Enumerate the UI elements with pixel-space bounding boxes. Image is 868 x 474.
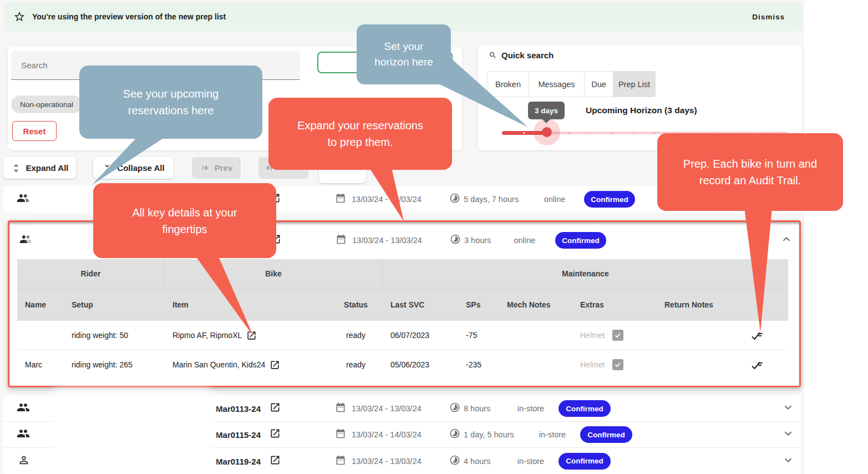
- calendar-icon: [335, 455, 346, 468]
- reservation-dates: 13/03/24 - 18/03/24: [352, 195, 422, 204]
- tab-broken[interactable]: Broken: [487, 71, 529, 97]
- reset-button[interactable]: Reset: [12, 121, 57, 141]
- open-in-new-icon[interactable]: [270, 360, 280, 370]
- open-in-new-icon[interactable]: [270, 402, 281, 415]
- return-notes: [654, 321, 743, 350]
- chevron-down-icon[interactable]: [782, 454, 794, 468]
- last-svc: 05/06/2023: [383, 350, 460, 379]
- dismiss-button[interactable]: Dismiss: [749, 12, 788, 22]
- duration-icon: [450, 234, 461, 247]
- chevron-down-icon[interactable]: [782, 427, 794, 442]
- status-badge: Confirmed: [559, 453, 611, 470]
- unfold-less-icon: [102, 163, 112, 173]
- duration-icon: [449, 193, 460, 206]
- reservation-channel: in-store: [500, 404, 561, 413]
- callout-set-horizon: Set your horizon here: [357, 24, 451, 84]
- reservation-channel: online: [524, 195, 585, 204]
- reservation-duration: 3 hours: [464, 236, 491, 245]
- table-column-header: Name Setup Item Status Last SVC SPs Mech…: [17, 288, 788, 321]
- duration-icon: [449, 455, 460, 468]
- calendar-icon: [335, 428, 346, 441]
- calendar-icon: [336, 234, 347, 247]
- person-icon: [18, 454, 30, 468]
- redacted-customer-names: [59, 395, 206, 474]
- calendar-icon: [335, 402, 346, 415]
- tab-due[interactable]: Due: [585, 71, 613, 97]
- reservation-dates: 13/03/24 - 13/03/24: [352, 404, 422, 413]
- non-operational-chip[interactable]: Non-operational: [11, 95, 82, 113]
- duration-icon: [449, 402, 460, 415]
- group-icon: [17, 191, 30, 207]
- callout-expand-reservations: Expand your reservations to prep them.: [268, 98, 452, 170]
- skip-previous-icon: [200, 163, 210, 173]
- tab-messages[interactable]: Messages: [529, 71, 585, 97]
- audit-trail-icon[interactable]: [743, 321, 771, 350]
- mech-notes: [499, 321, 571, 350]
- bike-row: riding weight: 50 Ripmo AF, RipmoXL read…: [17, 321, 788, 350]
- search-icon: [489, 51, 497, 59]
- reservation-duration: 1 day, 5 hours: [464, 430, 514, 439]
- quick-search-tabs: Broken Messages Due Prep List: [487, 71, 656, 97]
- status-badge: Confirmed: [584, 191, 635, 208]
- extras: Helmet: [571, 350, 654, 379]
- group-icon: [17, 401, 30, 416]
- reservation-duration: 5 days, 7 hours: [464, 195, 519, 204]
- expand-all-button[interactable]: Expand All: [3, 157, 76, 179]
- col-name: Name: [17, 289, 64, 321]
- reservation-duration: 8 hours: [464, 404, 490, 413]
- last-svc: 06/07/2023: [383, 321, 460, 350]
- horizon-label: Upcoming Horizon (3 days): [586, 105, 697, 115]
- col-sps: SPs: [460, 289, 499, 321]
- group-header-rider: Rider: [17, 259, 165, 288]
- extras: Helmet: [571, 321, 654, 350]
- rider-setup: riding weight: 265: [64, 350, 165, 379]
- col-setup: Setup: [64, 289, 165, 321]
- group-icon: [17, 427, 30, 442]
- group-header-bike: Bike: [165, 259, 383, 288]
- open-in-new-icon[interactable]: [270, 428, 281, 441]
- slider-handle[interactable]: [542, 127, 552, 137]
- table-group-header: Rider Bike Maintenance: [17, 259, 788, 288]
- return-notes: [654, 350, 743, 379]
- col-item: Item: [165, 289, 329, 321]
- callout-prep-audit: Prep. Each bike in turn and record an Au…: [657, 133, 843, 211]
- rider-name: [17, 321, 64, 350]
- status-badge: Confirmed: [580, 426, 632, 443]
- reservation-dates: 13/03/24 - 14/03/24: [352, 430, 422, 439]
- col-last-svc: Last SVC: [383, 289, 460, 321]
- audit-trail-icon[interactable]: [743, 350, 771, 379]
- calendar-icon: [335, 193, 346, 206]
- slider-value-tooltip: 3 days: [528, 102, 565, 119]
- tab-prep-list[interactable]: Prep List: [613, 71, 656, 97]
- reservation-channel: in-store: [500, 457, 561, 466]
- status-badge: Confirmed: [555, 232, 606, 249]
- bike-item: Marin San Quentin, Kids24: [165, 350, 329, 379]
- prev-page-button[interactable]: Prev: [192, 157, 241, 179]
- rider-name: Marc: [17, 350, 64, 379]
- reservation-dates: 13/03/24 - 13/03/24: [352, 457, 422, 466]
- col-status: Status: [329, 289, 383, 321]
- bike-item: Ripmo AF, RipmoXL: [165, 321, 329, 350]
- collapse-all-button[interactable]: Collapse All: [93, 157, 174, 179]
- sps: -75: [460, 321, 499, 350]
- bike-row: Marc riding weight: 265 Marin San Quenti…: [17, 350, 788, 379]
- open-in-new-icon[interactable]: [246, 330, 257, 341]
- reservation-dates: 13/03/24 - 13/03/24: [352, 236, 422, 245]
- duration-icon: [449, 428, 460, 441]
- reservation-channel: in-store: [522, 430, 583, 439]
- quick-search-title: Quick search: [489, 51, 554, 60]
- open-in-new-icon[interactable]: [270, 455, 281, 468]
- chevron-down-icon[interactable]: [782, 401, 794, 416]
- extras-checkbox-checked[interactable]: [612, 330, 623, 341]
- prep-list-app: You're using the preview version of the …: [0, 0, 868, 474]
- rider-setup: riding weight: 50: [64, 321, 165, 350]
- sps: -235: [460, 350, 499, 379]
- group-header-maintenance: Maintenance: [383, 259, 788, 288]
- bike-status: ready: [329, 321, 383, 350]
- bike-status: ready: [329, 350, 383, 379]
- extras-checkbox-checked[interactable]: [612, 359, 623, 370]
- col-extras: Extras: [571, 289, 654, 321]
- col-mech-notes: Mech Notes: [499, 289, 571, 321]
- star-icon: [13, 11, 26, 23]
- chevron-up-icon[interactable]: [780, 233, 793, 248]
